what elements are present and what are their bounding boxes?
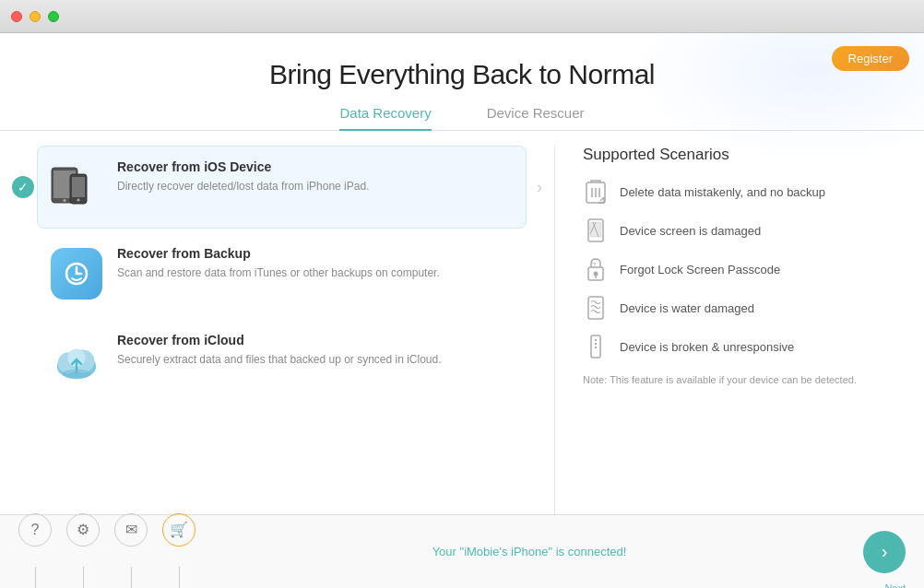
scenario-delete-text: Delete data mistakenly, and no backup <box>620 185 825 199</box>
broken-icon <box>583 334 609 359</box>
settings-connector <box>83 567 84 589</box>
screen-damaged-icon <box>583 218 609 243</box>
ios-device-icon <box>49 159 104 215</box>
purchase-connector <box>179 567 180 589</box>
guide-icon: ? <box>18 513 52 547</box>
scenario-passcode-text: Forgot Lock Screen Passcode <box>620 263 780 276</box>
connection-status: Your "iMobie's iPhone" is connected! <box>195 545 863 559</box>
svg-point-11 <box>63 370 91 379</box>
guide-item[interactable]: ? Guide <box>18 513 52 589</box>
passcode-icon: ? <box>583 256 609 282</box>
icloud-option-title: Recover from iCloud <box>117 333 442 347</box>
tab-device-rescuer[interactable]: Device Rescuer <box>487 105 585 130</box>
scenario-water-text: Device is water damaged <box>620 301 754 315</box>
scenario-screen-text: Device screen is damaged <box>620 224 761 238</box>
traffic-light-minimize[interactable] <box>30 11 41 22</box>
backup-option-desc: Scan and restore data from iTunes or oth… <box>117 265 440 281</box>
backup-option-title: Recover from Backup <box>117 246 440 261</box>
bottom-icons: ? Guide ⚙ Settings ✉ Feedback 🛒 Purchase <box>18 513 195 589</box>
scenario-water-damaged: Device is water damaged <box>583 295 896 321</box>
purchase-icon: 🛒 <box>162 513 195 547</box>
svg-point-2 <box>64 199 66 202</box>
feedback-item[interactable]: ✉ Feedback <box>114 513 148 589</box>
svg-rect-4 <box>72 177 85 197</box>
traffic-light-close[interactable] <box>11 11 22 22</box>
right-arrow-icon: › <box>537 178 542 197</box>
svg-rect-22 <box>588 297 603 319</box>
main-content: Register Bring Everything Back to Normal… <box>0 33 924 588</box>
icloud-icon-wrap <box>51 335 102 386</box>
icloud-option-text: Recover from iCloud Securely extract dat… <box>117 333 442 368</box>
recovery-option-icloud[interactable]: Recover from iCloud Securely extract dat… <box>37 319 527 402</box>
backup-icon <box>49 246 104 301</box>
svg-point-5 <box>77 199 80 202</box>
traffic-light-maximize[interactable] <box>48 11 59 22</box>
check-circle: ✓ <box>12 176 34 198</box>
scenario-forgot-passcode: ? Forgot Lock Screen Passcode <box>583 256 896 282</box>
feedback-icon: ✉ <box>114 513 148 547</box>
settings-icon: ⚙ <box>66 513 100 547</box>
ios-option-desc: Directly recover deleted/lost data from … <box>117 178 369 194</box>
recovery-option-ios[interactable]: ✓ Recover from iOS Device <box>37 146 527 229</box>
register-button[interactable]: Register <box>832 46 909 71</box>
ios-option-title: Recover from iOS Device <box>117 159 369 174</box>
svg-text:?: ? <box>592 261 597 269</box>
recovery-option-backup[interactable]: Recover from Backup Scan and restore dat… <box>37 232 527 315</box>
backup-icon-wrap <box>51 248 102 300</box>
next-label: Next <box>884 582 906 589</box>
left-panel: ✓ Recover from iOS Device <box>37 146 527 534</box>
next-container: › Next <box>863 531 906 573</box>
settings-item[interactable]: ⚙ Settings <box>66 513 100 589</box>
icloud-icon <box>49 333 104 388</box>
icloud-option-desc: Securely extract data and files that bac… <box>117 351 442 368</box>
right-panel: Supported Scenarios Delete data mistaken… <box>583 146 896 534</box>
backup-option-text: Recover from Backup Scan and restore dat… <box>117 246 440 281</box>
tab-data-recovery[interactable]: Data Recovery <box>339 105 431 130</box>
scenario-broken-text: Device is broken & unresponsive <box>620 340 794 354</box>
svg-point-19 <box>594 272 598 276</box>
note-text: Note: This feature is available if your … <box>583 372 896 388</box>
delete-icon <box>583 179 609 205</box>
purchase-item[interactable]: 🛒 Purchase <box>162 513 195 589</box>
next-button[interactable]: › <box>863 531 906 573</box>
title-bar <box>0 0 924 33</box>
content-area: ✓ Recover from iOS Device <box>0 131 924 543</box>
vertical-divider <box>554 146 555 534</box>
guide-connector <box>35 567 36 589</box>
water-damaged-icon <box>583 295 609 321</box>
ios-option-text: Recover from iOS Device Directly recover… <box>117 159 369 194</box>
scenario-broken: Device is broken & unresponsive <box>583 334 896 359</box>
bottom-bar: ? Guide ⚙ Settings ✉ Feedback 🛒 Purchase <box>0 514 924 588</box>
feedback-connector <box>131 567 132 589</box>
scenario-screen-damaged: Device screen is damaged <box>583 218 896 243</box>
scenario-delete-mistaken: Delete data mistakenly, and no backup <box>583 179 896 205</box>
